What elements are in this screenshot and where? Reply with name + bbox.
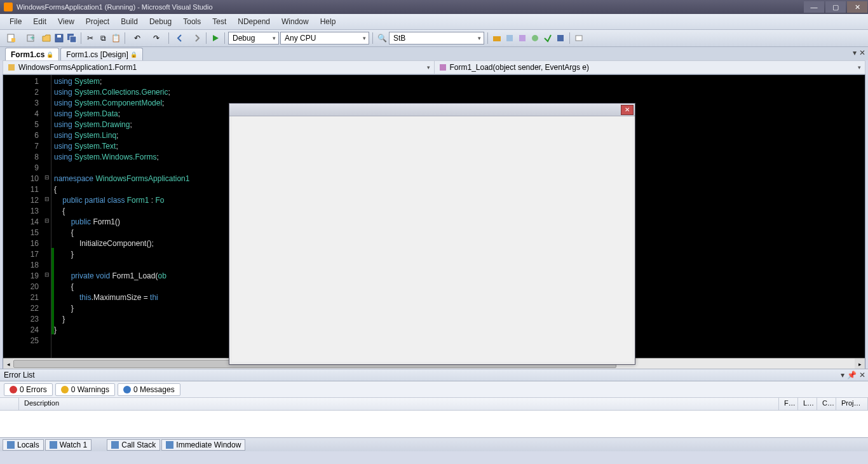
toolbar-separator: [372, 32, 373, 44]
form-titlebar[interactable]: ✕: [229, 104, 635, 116]
toolbox-button6[interactable]: [555, 32, 566, 44]
panel-close-icon[interactable]: ✕: [859, 371, 865, 379]
method-icon: [438, 63, 447, 72]
document-tabstrip: Form1.cs 🔒 Form1.cs [Design] 🔒 ▾ ✕: [0, 47, 868, 60]
svg-rect-10: [519, 35, 526, 41]
menu-view[interactable]: View: [52, 16, 80, 27]
menu-window[interactable]: Window: [276, 16, 315, 27]
tab-label: Form1.cs [Design]: [66, 50, 128, 59]
open-button[interactable]: [41, 32, 52, 44]
toolbox-button5[interactable]: [542, 32, 553, 44]
tab-form1-design[interactable]: Form1.cs [Design] 🔒: [60, 48, 142, 60]
menu-test[interactable]: Test: [207, 16, 232, 27]
col-description[interactable]: Description: [19, 398, 779, 410]
solution-config-combo[interactable]: Debug: [228, 32, 279, 44]
immediate-icon: [166, 441, 173, 449]
warnings-filter[interactable]: 0 Warnings: [55, 383, 115, 396]
col-column[interactable]: C…: [817, 398, 836, 410]
class-icon: [7, 63, 16, 72]
vs-icon: [4, 3, 13, 11]
tab-form1-cs[interactable]: Form1.cs 🔒: [5, 48, 59, 60]
locals-icon: [7, 441, 15, 449]
running-winforms-app[interactable]: ✕: [229, 103, 635, 365]
save-button[interactable]: [53, 32, 65, 44]
errors-filter[interactable]: 0 Errors: [4, 383, 53, 396]
pin-icon[interactable]: 📌: [847, 371, 857, 379]
svg-rect-14: [8, 64, 15, 71]
class-navigator[interactable]: WindowsFormsApplication1.Form1: [3, 61, 435, 74]
search-value: StB: [393, 34, 405, 43]
toolbar-separator: [125, 32, 125, 44]
lock-icon: 🔒: [46, 51, 53, 58]
tab-locals[interactable]: Locals: [3, 439, 44, 451]
scroll-left-icon[interactable]: ◂: [3, 358, 13, 369]
form-client-area[interactable]: [232, 116, 632, 362]
svg-rect-1: [11, 38, 15, 42]
svg-rect-15: [440, 64, 446, 71]
menu-debug[interactable]: Debug: [144, 16, 177, 27]
info-icon: [123, 386, 131, 393]
tab-watch[interactable]: Watch 1: [45, 439, 92, 451]
toolbar-separator: [168, 32, 169, 44]
lock-icon: 🔒: [130, 51, 137, 58]
add-item-button[interactable]: ＋: [22, 32, 39, 44]
errorlist-columns: Description F… L… C… Proj…: [0, 398, 868, 411]
toolbar-separator: [206, 32, 207, 44]
new-project-button[interactable]: [3, 32, 20, 44]
col-project[interactable]: Proj…: [836, 398, 868, 410]
toolbox-button3[interactable]: [517, 32, 528, 44]
member-navigator-value: Form1_Load(object sender, EventArgs e): [450, 63, 589, 72]
menu-file[interactable]: File: [4, 16, 27, 27]
col-line[interactable]: L…: [798, 398, 817, 410]
outlining-margin[interactable]: ⊟⊟⊟⊟: [43, 75, 51, 358]
toolbar-separator: [487, 32, 488, 44]
toolbox-button2[interactable]: [504, 32, 515, 44]
svg-rect-5: [57, 35, 61, 38]
toolbox-button4[interactable]: [529, 32, 541, 44]
svg-rect-8: [493, 36, 501, 41]
svg-rect-7: [70, 36, 76, 43]
solution-platform-combo[interactable]: Any CPU: [280, 32, 369, 44]
redo-button[interactable]: ↷: [147, 32, 165, 44]
tab-label: Watch 1: [60, 440, 88, 449]
scroll-right-icon[interactable]: ▸: [855, 358, 865, 369]
col-file[interactable]: F…: [779, 398, 798, 410]
svg-point-11: [532, 35, 538, 41]
errorlist-title: Error List: [4, 371, 35, 379]
maximize-button[interactable]: ▢: [825, 1, 846, 13]
window-menu-icon[interactable]: ▾: [841, 371, 844, 379]
navigation-bar: WindowsFormsApplication1.Form1 Form1_Loa…: [3, 60, 865, 74]
solution-config-value: Debug: [233, 34, 255, 43]
menu-edit[interactable]: Edit: [27, 16, 52, 27]
member-navigator[interactable]: Form1_Load(object sender, EventArgs e): [435, 61, 865, 74]
navigate-forward-button[interactable]: [191, 32, 203, 44]
copy-button[interactable]: ⧉: [97, 32, 109, 44]
menu-project[interactable]: Project: [80, 16, 115, 27]
save-all-button[interactable]: [66, 32, 78, 44]
navigate-back-button[interactable]: [172, 32, 190, 44]
callstack-icon: [111, 441, 119, 449]
messages-filter[interactable]: 0 Messages: [118, 383, 180, 396]
form-close-button[interactable]: ✕: [621, 105, 634, 115]
watch-icon: [50, 441, 57, 449]
toolbox-button7[interactable]: [573, 32, 585, 44]
menu-tools[interactable]: Tools: [177, 16, 207, 27]
find-icon[interactable]: 🔍: [376, 32, 388, 44]
toolbox-button1[interactable]: [491, 32, 503, 44]
menu-ndepend[interactable]: NDepend: [232, 16, 276, 27]
menu-build[interactable]: Build: [115, 16, 144, 27]
tab-callstack[interactable]: Call Stack: [107, 439, 160, 451]
cut-button[interactable]: ✂: [85, 32, 96, 44]
paste-button[interactable]: 📋: [110, 32, 121, 44]
col-icon[interactable]: [0, 398, 19, 410]
start-debug-button[interactable]: [210, 32, 221, 44]
close-button[interactable]: ✕: [847, 1, 867, 13]
minimize-button[interactable]: —: [804, 1, 824, 13]
undo-button[interactable]: ↶: [128, 32, 146, 44]
menu-help[interactable]: Help: [315, 16, 342, 27]
tab-dropdown-icon[interactable]: ▾: [853, 48, 857, 57]
search-combo[interactable]: StB: [389, 32, 484, 44]
tab-immediate[interactable]: Immediate Window: [161, 439, 245, 451]
svg-rect-9: [506, 35, 513, 41]
tab-close-icon[interactable]: ✕: [859, 48, 865, 57]
